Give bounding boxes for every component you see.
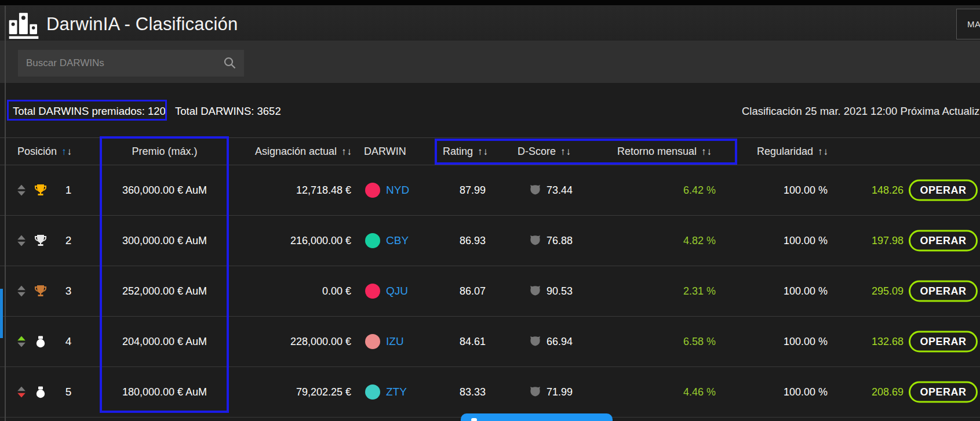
left-edge-line [5, 6, 6, 421]
ranking-table: Posición↑↓ Premio (máx.) Asignación actu… [0, 137, 980, 418]
rating-value: 83.33 [432, 386, 486, 398]
sort-arrows-icon: ↑↓ [701, 146, 712, 157]
operar-button[interactable]: OPERAR [909, 281, 978, 302]
retorno-value: 6.58 % [640, 336, 716, 348]
position-number: 3 [58, 285, 79, 297]
column-header-posicion[interactable]: Posición↑↓ [17, 146, 72, 158]
dscore-value: 76.88 [547, 235, 573, 247]
column-header-darwin[interactable]: DARWIN [364, 146, 406, 158]
darwin-name-link[interactable]: CBY [386, 234, 409, 247]
position-movement-icon [17, 235, 25, 246]
darwin-avatar-dot [365, 334, 380, 349]
window-top-strip [0, 0, 980, 5]
darwin-avatar-dot [365, 384, 380, 400]
pawn-icon [34, 385, 48, 399]
score-value: 197.98 [848, 235, 904, 247]
rating-value: 86.93 [432, 235, 486, 247]
position-number: 4 [58, 335, 79, 348]
operar-button[interactable]: OPERAR [909, 331, 978, 353]
darwin-avatar-dot [365, 183, 380, 198]
table-row[interactable]: 3 252,000.00 € AuM 0.00 € QJU 86.07 90.5… [0, 266, 980, 317]
table-row[interactable]: 2 300,000.00 € AuM 216,000.00 € CBY 86.9… [0, 216, 980, 266]
rating-value: 87.99 [432, 184, 486, 197]
search-box [18, 50, 244, 77]
sort-arrows-icon: ↑↓ [560, 146, 571, 157]
pawn-icon [34, 335, 48, 349]
table-header-row: Posición↑↓ Premio (máx.) Asignación actu… [0, 137, 980, 165]
retorno-value: 2.31 % [640, 285, 716, 297]
column-header-dscore[interactable]: D-Score↑↓ [518, 146, 571, 158]
score-value: 295.09 [848, 285, 904, 297]
column-header-regularidad[interactable]: Regularidad↑↓ [757, 146, 828, 158]
darwin-name-link[interactable]: NYD [386, 184, 409, 197]
darwin-avatar-dot [365, 284, 380, 299]
position-movement-down-icon [17, 387, 25, 398]
rating-value: 86.07 [432, 285, 486, 297]
owl-icon [528, 234, 542, 248]
retorno-value: 4.82 % [640, 235, 716, 247]
premio-value: 204,000.00 € AuM [104, 336, 225, 348]
column-header-rating[interactable]: Rating↑↓ [443, 146, 488, 158]
column-header-retorno[interactable]: Retorno mensual↑↓ [617, 146, 712, 158]
position-number: 5 [58, 386, 79, 398]
retorno-value: 6.42 % [640, 184, 716, 197]
position-movement-icon [17, 286, 25, 297]
asignacion-value: 216,000.00 € [243, 235, 351, 247]
load-more-glyph-icon [471, 418, 477, 421]
left-edge-blue-strip [0, 289, 3, 338]
position-movement-up-icon [17, 336, 25, 347]
trophy-bronze-icon [34, 284, 48, 298]
darwin-name-link[interactable]: ZTY [386, 386, 407, 398]
dscore-value: 71.99 [547, 386, 573, 398]
table-row[interactable]: 4 204,000.00 € AuM 228,000.00 € IZU 84.6… [0, 317, 980, 367]
asignacion-value: 0.00 € [243, 285, 351, 297]
position-number: 1 [58, 184, 79, 197]
operar-button[interactable]: OPERAR [909, 180, 978, 201]
column-header-premio[interactable]: Premio (máx.) [104, 146, 225, 158]
darwin-name-link[interactable]: IZU [386, 335, 404, 348]
top-right-menu-button[interactable]: MA [956, 9, 980, 39]
darwinia-podium-logo-icon [9, 12, 39, 39]
premio-value: 360,000.00 € AuM [104, 184, 225, 197]
trophy-gold-icon [34, 183, 48, 197]
sort-arrows-icon: ↑↓ [341, 146, 352, 157]
owl-icon [528, 284, 542, 299]
premio-value: 252,000.00 € AuM [104, 285, 225, 297]
owl-icon [528, 183, 542, 198]
score-value: 148.26 [848, 184, 904, 197]
dscore-value: 66.94 [547, 336, 573, 348]
regularidad-value: 100.00 % [751, 235, 828, 247]
owl-icon [528, 335, 542, 349]
regularidad-value: 100.00 % [751, 184, 828, 197]
darwin-avatar-dot [365, 233, 380, 248]
page-title: DarwinIA - Clasificación [46, 14, 238, 35]
premio-value: 180,000.00 € AuM [104, 386, 225, 398]
table-row[interactable]: 1 360,000.00 € AuM 12,718.48 € NYD 87.99… [0, 165, 980, 216]
dscore-value: 90.53 [547, 285, 573, 297]
sort-arrows-icon: ↑↓ [477, 146, 488, 157]
position-movement-icon [17, 185, 25, 196]
operar-button[interactable]: OPERAR [909, 382, 978, 403]
score-value: 208.69 [848, 386, 904, 398]
asignacion-value: 79,202.25 € [243, 386, 351, 398]
dscore-value: 73.44 [547, 184, 573, 197]
column-header-asignacion[interactable]: Asignación actual↑↓ [232, 146, 352, 158]
load-more-button[interactable] [461, 413, 613, 421]
total-darwins: Total DARWINS: 3652 [175, 105, 281, 118]
asignacion-value: 12,718.48 € [243, 184, 351, 197]
operar-button[interactable]: OPERAR [909, 230, 978, 252]
search-input[interactable] [18, 50, 244, 77]
rating-value: 84.61 [432, 336, 486, 348]
sort-arrows-icon: ↑↓ [61, 146, 72, 157]
darwin-name-link[interactable]: QJU [386, 285, 408, 297]
table-row[interactable]: 5 180,000.00 € AuM 79,202.25 € ZTY 83.33… [0, 367, 980, 418]
regularidad-value: 100.00 % [751, 285, 828, 297]
regularidad-value: 100.00 % [751, 336, 828, 348]
total-darwins-premiados: Total DARWINS premiados: 120 [13, 105, 166, 118]
sort-arrows-icon: ↑↓ [817, 146, 828, 157]
search-icon[interactable] [223, 56, 237, 70]
classification-update-info: Clasificación 25 mar. 2021 12:00 Próxima… [742, 105, 979, 118]
score-value: 132.68 [848, 336, 904, 348]
regularidad-value: 100.00 % [751, 386, 828, 398]
owl-icon [528, 385, 542, 400]
